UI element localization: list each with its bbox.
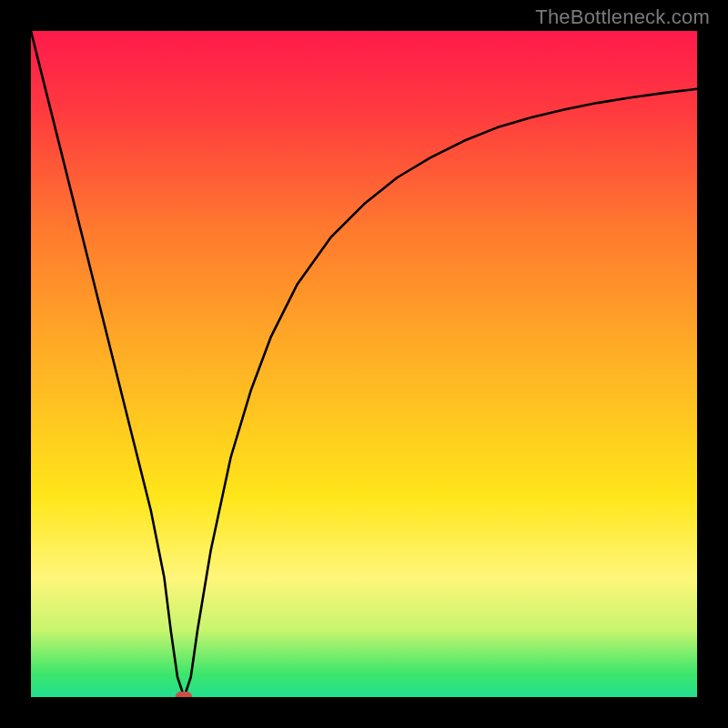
optimal-point-marker <box>176 692 192 697</box>
plot-area <box>31 31 697 697</box>
chart-frame: TheBottleneck.com <box>0 0 728 728</box>
watermark-text: TheBottleneck.com <box>535 5 710 29</box>
bottleneck-curve <box>31 31 697 697</box>
